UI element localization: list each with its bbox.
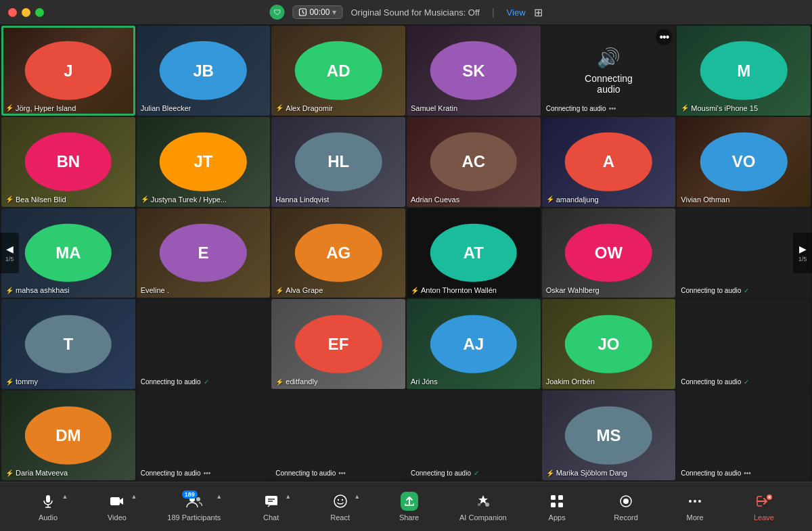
record-icon xyxy=(618,492,633,511)
participant-name: ⚡tommy xyxy=(5,377,38,386)
record-button[interactable]: Record xyxy=(608,492,645,522)
svg-rect-3 xyxy=(46,495,50,503)
participant-name: Julian Bleecker xyxy=(141,104,191,112)
connecting-text: Connecting to audio xyxy=(275,469,336,477)
close-button[interactable] xyxy=(8,8,17,17)
video-cell: MA⚡mahsa ashkhasi xyxy=(1,208,135,298)
video-cell: AJAri Jóns xyxy=(407,299,541,389)
name-text: Bea Nilsen Blid xyxy=(16,195,66,204)
svg-point-23 xyxy=(689,500,692,503)
video-cell: MS⚡Marika Sjöblom Dang xyxy=(542,390,676,480)
participant-avatar: HL xyxy=(295,133,382,191)
name-text: Vivian Othman xyxy=(681,195,729,204)
participant-name: ⚡mahsa ashkhasi xyxy=(5,286,70,294)
mute-icon: ⚡ xyxy=(5,287,14,294)
participant-name: ⚡Mousmi's iPhone 15 xyxy=(681,104,758,112)
ai-companion-label: AI Companion xyxy=(459,513,507,522)
mute-icon: ⚡ xyxy=(5,104,14,112)
audio-button[interactable]: Audio ▲ xyxy=(29,492,66,522)
camera-icon xyxy=(109,492,125,511)
chat-button[interactable]: Chat ▲ xyxy=(252,492,290,522)
name-text: Adrian Cuevas xyxy=(411,195,459,204)
video-cell: T⚡tommy xyxy=(1,299,135,389)
mute-icon: ⚡ xyxy=(546,195,554,203)
video-cell: HLHanna Lindqvist xyxy=(271,117,405,207)
mute-icon: ⚡ xyxy=(5,195,14,203)
participants-button[interactable]: 189 189 Participants ▲ xyxy=(167,492,221,522)
svg-line-2 xyxy=(302,12,304,14)
fullscreen-button[interactable] xyxy=(35,8,44,17)
participants-icon: 189 xyxy=(185,492,203,511)
name-text: Marika Sjöblom Dang xyxy=(556,469,627,477)
connecting-check-icon: ✓ xyxy=(744,378,749,386)
svg-point-25 xyxy=(698,500,701,503)
share-icon xyxy=(401,492,418,511)
svg-point-16 xyxy=(478,503,480,506)
participant-avatar: AD xyxy=(295,41,382,99)
name-text: editfandly xyxy=(286,377,317,386)
apps-icon xyxy=(549,492,564,511)
nav-next-button[interactable]: ▶ 1/5 xyxy=(793,233,812,273)
share-button[interactable]: Share xyxy=(390,492,428,522)
svg-rect-9 xyxy=(265,496,277,505)
ai-companion-icon xyxy=(475,492,491,511)
apps-button[interactable]: Apps xyxy=(539,492,576,522)
connecting-text: Connecting audio xyxy=(575,73,642,95)
mute-icon: ⚡ xyxy=(275,104,284,112)
leave-button[interactable]: Leave xyxy=(745,492,782,522)
cell-more-button[interactable]: ••• xyxy=(656,29,672,45)
video-cell: VOVivian Othman xyxy=(677,117,811,207)
connecting-check-icon: ✓ xyxy=(474,469,479,477)
grid-view-icon[interactable]: ⊞ xyxy=(534,6,543,19)
participant-avatar: VO xyxy=(700,133,787,191)
video-cell: Connecting to audio ✓ xyxy=(407,390,541,480)
react-label: React xyxy=(330,513,350,522)
participant-name: Adrian Cuevas xyxy=(411,195,459,204)
video-grid: J⚡Jörg, Hyper IslandJBJulian BleeckerAD⚡… xyxy=(0,24,812,482)
participant-avatar: JT xyxy=(160,133,246,191)
minimize-button[interactable] xyxy=(22,8,30,17)
connecting-label: Connecting to audio ••• xyxy=(681,469,750,477)
svg-point-24 xyxy=(694,500,696,503)
view-button[interactable]: View xyxy=(507,7,526,18)
participants-label: 189 Participants xyxy=(167,513,221,522)
participant-name: ⚡Alva Grape xyxy=(275,286,323,294)
audio-chevron-icon: ▲ xyxy=(62,493,68,500)
participant-name: ⚡Marika Sjöblom Dang xyxy=(546,469,627,477)
participant-avatar: MA xyxy=(25,224,112,282)
title-bar-center: 🛡 00:00 ▾ Original Sound for Musicians: … xyxy=(269,5,542,20)
video-grid-wrapper: ◀ 1/5 J⚡Jörg, Hyper IslandJBJulian Bleec… xyxy=(0,24,812,482)
video-cell: SKSamuel Kratin xyxy=(407,26,541,116)
participant-avatar: OW xyxy=(565,224,652,282)
video-button[interactable]: Video ▲ xyxy=(98,492,135,522)
svg-point-22 xyxy=(623,499,629,504)
more-button[interactable]: More xyxy=(677,492,714,522)
security-shield-icon: 🛡 xyxy=(269,5,284,20)
participant-avatar: AG xyxy=(295,224,382,282)
react-button[interactable]: React ▲ xyxy=(321,492,359,522)
audio-label: Audio xyxy=(39,513,58,522)
video-cell: AG⚡Alva Grape xyxy=(271,208,405,298)
participant-avatar: E xyxy=(160,224,246,282)
name-text: Mousmi's iPhone 15 xyxy=(691,104,758,112)
participant-name: ⚡Anton Thornton Wallén xyxy=(411,286,497,294)
connecting-text: Connecting to audio xyxy=(681,287,741,294)
connecting-text: Connecting to audio xyxy=(411,469,471,477)
participant-avatar: SK xyxy=(430,41,517,99)
mute-icon: ⚡ xyxy=(5,378,14,386)
connecting-label: Connecting to audio ••• xyxy=(141,469,210,477)
svg-point-14 xyxy=(341,499,342,501)
participant-name: ⚡Justyna Turek / Hype... xyxy=(141,195,227,204)
video-cell: EF⚡editfandly xyxy=(271,299,405,389)
connecting-text: Connecting to audio xyxy=(681,378,741,386)
name-text: Daria Matveeva xyxy=(16,469,68,477)
name-text: Alva Grape xyxy=(286,286,323,294)
nav-prev-button[interactable]: ◀ 1/5 xyxy=(0,233,19,273)
ai-companion-button[interactable]: AI Companion xyxy=(459,492,507,522)
connecting-icon: 🔊 xyxy=(575,47,642,69)
video-cell: BN⚡Bea Nilsen Blid xyxy=(1,117,135,207)
connecting-dots: ••• xyxy=(609,105,616,112)
video-cell: AD⚡Alex Dragomir xyxy=(271,26,405,116)
svg-rect-17 xyxy=(551,495,556,500)
mute-icon: ⚡ xyxy=(275,287,284,294)
